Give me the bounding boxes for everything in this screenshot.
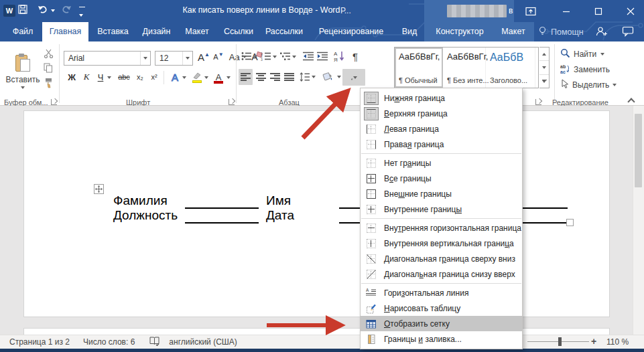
- styles-scroll-up-icon[interactable]: [539, 48, 549, 61]
- clipboard-dialog-launcher-icon[interactable]: [51, 99, 57, 105]
- shading-dropdown-icon[interactable]: [337, 76, 341, 78]
- style-card-1[interactable]: АаБбВвГг,¶ Без инте...: [443, 48, 486, 88]
- subscript-button[interactable]: x₂: [133, 70, 147, 84]
- field-label-surname[interactable]: Фамилия: [113, 193, 168, 208]
- ribbon-tab-references[interactable]: Ссылки: [220, 22, 257, 41]
- share-person-icon[interactable]: [595, 25, 608, 40]
- redo-icon[interactable]: [60, 4, 72, 17]
- copy-icon[interactable]: [42, 62, 55, 73]
- ribbon-tab-table-design[interactable]: Конструктор: [430, 22, 489, 41]
- field-label-position[interactable]: Должность: [113, 208, 178, 223]
- decrease-indent-icon[interactable]: [302, 50, 315, 63]
- font-name-dropdown-icon[interactable]: [140, 52, 150, 65]
- justify-button[interactable]: [282, 69, 296, 85]
- menu-item-border-inside[interactable]: Внутренние границы: [361, 201, 522, 217]
- table-move-handle[interactable]: [94, 184, 104, 194]
- collapse-ribbon-icon[interactable]: [627, 98, 635, 105]
- superscript-button[interactable]: x²: [147, 70, 161, 84]
- find-button[interactable]: Найти: [560, 48, 604, 60]
- borders-dropdown-icon[interactable]: [353, 76, 357, 79]
- style-card-0[interactable]: АаБбВвГг,¶ Обычный: [395, 48, 443, 88]
- menu-item-border-bottom[interactable]: Нижняя граница: [361, 90, 522, 106]
- undo-dropdown-icon[interactable]: [51, 9, 55, 12]
- document-area[interactable]: Фамилия Имя Должность Дата: [0, 106, 644, 335]
- format-painter-icon[interactable]: [42, 77, 55, 89]
- style-card-2[interactable]: АаБбВЗаголово...: [486, 48, 535, 88]
- menu-item-border-none[interactable]: Нет границы: [361, 155, 522, 171]
- font-name-combobox[interactable]: Arial: [64, 51, 151, 66]
- styles-dialog-launcher-icon[interactable]: [535, 99, 541, 105]
- ribbon-tab-layout[interactable]: Макет: [182, 22, 212, 41]
- align-left-button[interactable]: [239, 69, 253, 85]
- multilevel-list-icon[interactable]: [279, 50, 292, 63]
- proofing-icon[interactable]: [149, 336, 159, 348]
- ribbon-tab-home[interactable]: Главная: [42, 22, 88, 41]
- word-app-icon[interactable]: W: [3, 5, 15, 17]
- paste-button[interactable]: Вставить: [5, 47, 40, 95]
- close-button[interactable]: [619, 0, 642, 22]
- replace-button[interactable]: abac Заменить: [560, 64, 610, 76]
- align-right-button[interactable]: [268, 69, 282, 85]
- pilcrow-icon[interactable]: ¶: [349, 48, 361, 64]
- bullets-dropdown-icon[interactable]: [253, 56, 257, 58]
- italic-button[interactable]: К: [80, 70, 92, 84]
- menu-item-border-left[interactable]: Левая граница: [361, 121, 522, 137]
- sort-icon[interactable]: АЯ: [332, 48, 347, 64]
- font-color-dropdown-icon[interactable]: [227, 76, 231, 79]
- menu-item-border-inside-v[interactable]: Внутренняя вертикальная граница: [361, 236, 522, 251]
- menu-item-border-top[interactable]: Верхняя граница: [361, 106, 522, 121]
- numbering-dropdown-icon[interactable]: [273, 56, 277, 58]
- align-center-button[interactable]: [254, 69, 268, 85]
- highlight-button[interactable]: [190, 70, 204, 84]
- ribbon-display-options-icon[interactable]: [519, 0, 542, 22]
- shading-button[interactable]: [320, 69, 336, 85]
- undo-icon[interactable]: [37, 4, 49, 17]
- ribbon-tab-file[interactable]: Файл: [7, 22, 39, 41]
- ribbon-tab-insert[interactable]: Вставка: [94, 22, 132, 41]
- menu-item-border-all[interactable]: Все границы: [361, 171, 522, 186]
- underline-button[interactable]: Ч: [94, 70, 107, 84]
- ribbon-tab-design[interactable]: Дизайн: [137, 22, 176, 41]
- numbering-icon[interactable]: 123: [260, 50, 272, 63]
- styles-scroll-down-icon[interactable]: [539, 61, 549, 74]
- table-resize-handle[interactable]: [566, 219, 574, 226]
- ribbon-tab-mailings[interactable]: Рассылки: [265, 22, 304, 41]
- text-effects-button[interactable]: А: [168, 70, 182, 84]
- borders-button[interactable]: [342, 69, 365, 86]
- field-label-date[interactable]: Дата: [266, 208, 294, 223]
- multilevel-dropdown-icon[interactable]: [292, 56, 296, 58]
- select-button[interactable]: Выделить: [560, 79, 617, 91]
- menu-item-view-gridlines[interactable]: Отобразить сетку: [361, 316, 522, 331]
- ribbon-tab-review[interactable]: Рецензирование: [314, 22, 388, 41]
- help-label[interactable]: Помощн: [551, 27, 584, 37]
- page-indicator[interactable]: Страница 1 из 2: [9, 337, 70, 347]
- font-size-dropdown-icon[interactable]: [182, 52, 192, 65]
- bold-button[interactable]: Ж: [66, 70, 78, 84]
- comment-icon[interactable]: [622, 26, 634, 39]
- menu-item-border-right[interactable]: Правая граница: [361, 137, 522, 152]
- zoom-slider-thumb[interactable]: [558, 337, 562, 346]
- minimize-button[interactable]: [555, 0, 578, 22]
- line-spacing-button[interactable]: [300, 69, 316, 85]
- word-count[interactable]: Число слов: 6: [83, 337, 135, 347]
- menu-item-border-inside-h[interactable]: Внутренняя горизонтальная граница: [361, 220, 522, 236]
- zoom-in-button[interactable]: +: [591, 336, 596, 347]
- cut-icon[interactable]: [42, 48, 55, 59]
- text-effects-dropdown-icon[interactable]: [182, 76, 186, 79]
- bullets-icon[interactable]: [241, 50, 253, 63]
- menu-item-border-diag-up[interactable]: Диагональная граница снизу вверх: [361, 266, 522, 282]
- ribbon-tab-table-layout[interactable]: Макет: [497, 22, 529, 41]
- shrink-font-button[interactable]: А▼: [212, 50, 225, 64]
- font-dialog-launcher-icon[interactable]: [229, 99, 235, 105]
- menu-item-border-outside[interactable]: Внешние границы: [361, 186, 522, 201]
- styles-more-icon[interactable]: [539, 75, 549, 88]
- zoom-level[interactable]: 110 %: [606, 337, 629, 347]
- strikethrough-button[interactable]: abc: [115, 70, 133, 84]
- menu-item-horizontal-line[interactable]: АГоризонтальная линия: [361, 285, 522, 300]
- ribbon-tab-view[interactable]: Вид: [397, 22, 422, 41]
- menu-item-borders-shading[interactable]: Границы и заливка...: [361, 331, 522, 347]
- language-indicator[interactable]: английский (США): [169, 337, 237, 347]
- vertical-scrollbar-thumb[interactable]: [635, 114, 642, 187]
- font-size-combobox[interactable]: 12: [155, 51, 193, 66]
- font-color-button[interactable]: А: [212, 70, 225, 84]
